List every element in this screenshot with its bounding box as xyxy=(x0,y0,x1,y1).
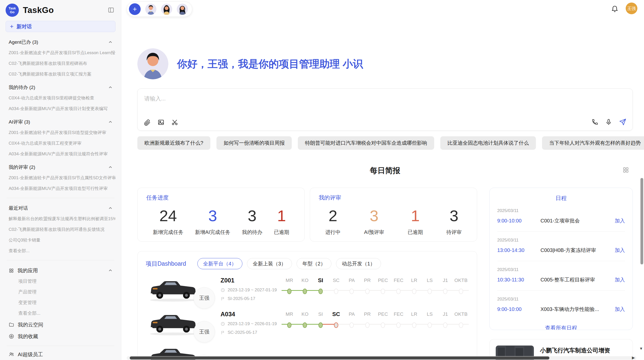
section-my-todo: 我的待办 (2) C0X4-动力总成开发项目SI里程碑提交物检查A034-全新新… xyxy=(6,84,115,112)
agent-avatar-2[interactable] xyxy=(161,4,172,15)
app-item[interactable]: 项目管理 xyxy=(6,278,115,284)
schedule-event: 2025/03/11 9:00-10:00 C001-立项审批会 加入 xyxy=(497,202,625,232)
section-my-review: 我的评审 (2) Z001-全新燃油轻卡产品开发项目SI节点属性5D文件评审A0… xyxy=(6,164,115,192)
suggestion-chip[interactable]: 欧洲新规最近颁布了什么? xyxy=(137,136,210,150)
conversation-item[interactable]: C02-飞腾新能源轻客改款项目立项汇报方案 xyxy=(6,71,115,77)
new-chat-button[interactable]: + 新对话 xyxy=(6,21,115,32)
suggestion-chip[interactable]: 如何写一份清晰的项目周报 xyxy=(216,136,292,150)
event-time: 10:30-11:30 xyxy=(497,277,540,283)
chat-input[interactable]: 请输入... xyxy=(137,88,633,131)
app-item[interactable]: 变更管理 xyxy=(6,299,115,306)
agent-avatar-1[interactable] xyxy=(145,4,156,15)
milestone-label: PR xyxy=(360,311,375,318)
section-title: 我的评审 (2) xyxy=(9,164,35,170)
milestone: LR xyxy=(406,277,422,294)
sidebar-item-cloud-space[interactable]: 我的云空间 xyxy=(6,321,115,328)
dashboard-filter[interactable]: 年型（2） xyxy=(297,258,331,269)
view-all-schedule-link[interactable]: 查看所有日程 xyxy=(497,324,625,330)
join-button[interactable]: 加入 xyxy=(615,276,625,283)
milestone-dot xyxy=(412,322,416,328)
event-name: C005-整车工程目标评审 xyxy=(540,276,615,283)
sidebar-item-ai-super-staff[interactable]: AI超级员工 xyxy=(6,351,115,358)
stat-value: 3 xyxy=(195,207,230,225)
milestone: LR xyxy=(406,311,422,328)
sidebar-item-label: 我的云空间 xyxy=(18,321,43,328)
conversation-item[interactable]: Z001-全新燃油轻卡产品开发项目SI节点属性5D文件评审 xyxy=(6,175,115,181)
milestone-dot xyxy=(396,322,401,328)
conversation-item[interactable]: Z001-全新燃油皮卡产品开发项目SI节点Lesson Learn报告 xyxy=(6,50,115,56)
my-review-card: 我的评审 2 进行中 3 xyxy=(310,188,477,242)
people-icon xyxy=(9,352,14,357)
agent-avatar-3[interactable] xyxy=(177,4,188,15)
dashboard-filter[interactable]: 全新上装（3） xyxy=(247,258,292,269)
assistant-avatar xyxy=(137,48,168,79)
image-upload-icon[interactable] xyxy=(157,119,165,126)
notification-bell-icon[interactable] xyxy=(611,5,619,12)
recent-chat-item[interactable]: 查看全部... xyxy=(6,248,115,254)
section-ai-review: AI评审 (3) Z001-全新燃油轻卡产品开发项目SI造型提交物评审C0X4-… xyxy=(6,119,115,157)
suggestion-chip[interactable]: 特朗普可能对进口汽车增税会对中国车企造成哪些影响 xyxy=(298,136,434,150)
milestone-label: SI xyxy=(313,277,328,284)
chevron-up-icon xyxy=(108,85,112,89)
app-item[interactable]: 查看全部... xyxy=(6,310,115,316)
dashboard-filter[interactable]: 全新平台（4） xyxy=(197,258,242,269)
sidebar: Task Go TaskGo + 新对话 Agent已办 (3) Z001-全新… xyxy=(0,0,121,360)
event-date: 2025/03/11 xyxy=(497,208,625,213)
section-header-recent-chats[interactable]: 最近对话 xyxy=(6,205,115,211)
horizontal-scrollbar[interactable]: ▶ xyxy=(127,356,636,360)
suggestion-chip[interactable]: 比亚迪全固态电池计划具体说了什么 xyxy=(440,136,536,150)
project-code: Z001 xyxy=(221,277,279,284)
section-header-my-todo[interactable]: 我的待办 (2) xyxy=(6,84,115,91)
section-header-my-apps[interactable]: 我的应用 xyxy=(6,267,115,274)
project-code: A034 xyxy=(221,311,279,318)
conversation-item[interactable]: C02-飞腾新能源轻客改款项目里程碑画布 xyxy=(6,61,115,67)
scroll-right-arrow-icon[interactable]: ▶ xyxy=(632,356,635,360)
suggestion-chip[interactable]: 当下年轻人对汽车外观有怎样的喜好趋势 xyxy=(542,136,644,150)
layout-grid-icon[interactable] xyxy=(622,167,629,173)
app-item[interactable]: 产品管理 xyxy=(6,289,115,295)
conversation-item[interactable]: A034-全新新能源MUV产品开发项目计划变更表编写 xyxy=(6,106,115,112)
attach-icon[interactable] xyxy=(144,119,151,126)
recent-chat-item[interactable]: 公司Q3轻卡销量 xyxy=(6,237,115,243)
dashboard-filter[interactable]: 动总开发（1） xyxy=(336,258,381,269)
conversation-item[interactable]: C0X4-动力总成开发项目SI里程碑提交物检查 xyxy=(6,95,115,101)
section-my-apps: 我的应用 项目管理产品管理变更管理查看全部... xyxy=(6,267,115,316)
collapse-sidebar-icon[interactable] xyxy=(108,7,114,13)
join-button[interactable]: 加入 xyxy=(615,306,625,313)
scroll-down-arrow-icon[interactable]: ▼ xyxy=(639,346,643,351)
milestone-dot xyxy=(318,322,323,328)
star-badge-icon xyxy=(9,334,14,339)
milestone-dot xyxy=(303,322,307,328)
event-time: 13:00-14:30 xyxy=(497,247,540,253)
add-agent-button[interactable]: + xyxy=(129,3,141,15)
stat-label: AI预评审 xyxy=(364,229,384,236)
sidebar-item-label: 我的收藏 xyxy=(18,333,38,340)
app-title: TaskGo xyxy=(23,5,54,15)
section-header-agent-done[interactable]: Agent已办 (3) xyxy=(6,39,115,45)
stat: 1 已逾期 xyxy=(274,207,289,236)
milestone-dot xyxy=(318,289,323,294)
chevron-up-icon xyxy=(108,268,112,273)
mic-icon[interactable] xyxy=(605,118,612,126)
recent-chat-item[interactable]: C02-飞腾新能源轻客改款项目的闭环通告反馈情况 xyxy=(6,227,115,233)
section-header-ai-review[interactable]: AI评审 (3) xyxy=(6,119,115,125)
conversation-item[interactable]: Z001-全新燃油轻卡产品开发项目SI造型提交物评审 xyxy=(6,130,115,136)
vertical-scrollbar-thumb[interactable] xyxy=(640,178,643,264)
join-button[interactable]: 加入 xyxy=(615,247,625,254)
conversation-item[interactable]: A034-全新新能源MUV产品开发项目法规符合性评审 xyxy=(6,151,115,157)
project-row[interactable]: 王强 Z001 2023-12-19 ~ 2027-01-19 SI-2025-… xyxy=(146,276,469,303)
join-button[interactable]: 加入 xyxy=(615,217,625,224)
conversation-item[interactable]: C0X4-动力总成开发项目工程变更评审 xyxy=(6,140,115,146)
send-icon[interactable] xyxy=(619,118,626,126)
horizontal-scrollbar-thumb[interactable] xyxy=(130,356,549,359)
sidebar-item-favorites[interactable]: 我的收藏 xyxy=(6,333,115,340)
recent-chat-item[interactable]: 解释最新出台的欧盟报废车法规再生塑料比例被调至15%... xyxy=(6,216,115,222)
phone-icon[interactable] xyxy=(591,118,598,126)
logo-text-top: Task xyxy=(9,6,16,10)
user-avatar[interactable]: 王强 xyxy=(626,3,637,14)
section-header-my-review[interactable]: 我的评审 (2) xyxy=(6,164,115,170)
schedule-event: 2025/03/11 9:00-10:00 X003-车辆动力学性能验... 加… xyxy=(497,291,625,320)
scissors-icon[interactable] xyxy=(171,119,178,126)
conversation-item[interactable]: A034-全新新能源MUV产品开发项目造型可行性评审 xyxy=(6,186,115,192)
project-row[interactable]: 王强 A034 2023-12-19 ~ 2026-01-19 SC-2025-… xyxy=(146,310,469,337)
